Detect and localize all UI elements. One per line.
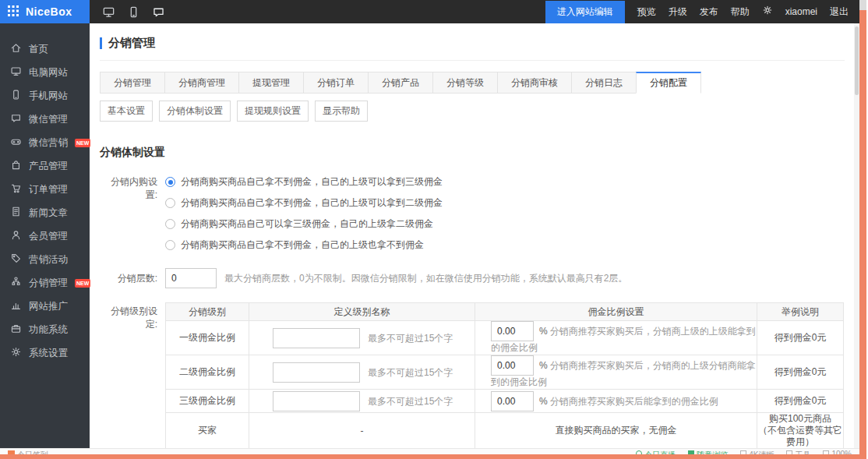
- buyer-row: 买家-直接购买商品的买家，无佣金购买100元商品（不包含运费等其它费用）: [166, 413, 844, 449]
- rate-cell: %分销商推荐买家购买后，分销商的上级分销商能拿到的佣金比例: [475, 355, 757, 390]
- top-menu-item[interactable]: 帮助: [731, 5, 750, 19]
- sidebar-item-briefcase[interactable]: 功能系统: [0, 318, 90, 341]
- top-menu-item[interactable]: 预览: [637, 5, 656, 19]
- sidebar-item-label: 功能系统: [29, 323, 68, 337]
- rate-input[interactable]: [491, 355, 534, 376]
- sidebar-item-bag[interactable]: 产品管理: [0, 154, 90, 178]
- tab-3[interactable]: 提现管理: [238, 72, 304, 94]
- apps-grid-icon[interactable]: [8, 5, 19, 19]
- sidebar-item-user[interactable]: 会员管理: [0, 224, 90, 248]
- title-accent-bar: [100, 37, 102, 49]
- name-hint: 最多不可超过15个字: [368, 396, 453, 407]
- radio-option-1[interactable]: 分销商购买商品自己拿不到佣金，自己的上级可以拿到三级佣金: [165, 171, 443, 192]
- inner-purchase-row: 分销内购设置: 分销商购买商品自己拿不到佣金，自己的上级可以拿到三级佣金分销商购…: [100, 171, 854, 256]
- level-table-row: 分销级别设定: 分销级别定义级别名称佣金比例设置举例说明一级佣金比例最多不可超过…: [100, 301, 854, 448]
- level-name-input[interactable]: [273, 328, 360, 348]
- radio-option-3[interactable]: 分销商购买商品自己可以拿三级佣金，自己的上级拿二级佣金: [165, 214, 443, 235]
- tab-6[interactable]: 分销等级: [432, 72, 498, 94]
- bag-icon: [10, 159, 22, 174]
- radio-unselected-icon[interactable]: [165, 219, 175, 229]
- top-menu-item[interactable]: 发布: [700, 5, 718, 19]
- monitor-icon: [10, 65, 22, 80]
- tab-1[interactable]: 分销管理: [100, 72, 165, 94]
- gear-icon: [10, 346, 22, 361]
- rate-input[interactable]: [491, 321, 534, 341]
- inner-purchase-label: 分销内购设置:: [100, 171, 165, 256]
- name-cell: 最多不可超过15个字: [249, 321, 475, 355]
- rate-input[interactable]: [491, 391, 534, 411]
- layers-input[interactable]: [165, 268, 217, 288]
- sidebar-item-phone[interactable]: 手机网站: [0, 84, 90, 108]
- radio-unselected-icon[interactable]: [165, 198, 175, 208]
- layers-row: 分销层数: 最大分销商层数，0为不限制。因微信分销限制，如在微信使用分销功能，系…: [100, 268, 854, 288]
- username[interactable]: xiaomei: [785, 6, 817, 17]
- sidebar-item-gear[interactable]: 系统设置: [0, 341, 90, 365]
- sidebar-item-chart[interactable]: 网站推广: [0, 295, 90, 318]
- rate-cell: %分销商推荐买家购买后能拿到的佣金比例: [475, 390, 757, 413]
- tab-4[interactable]: 分销订单: [303, 72, 369, 94]
- sidebar-item-gamepad[interactable]: 微信营销NEW: [0, 131, 90, 154]
- clipped-bottom-toolbar: 今日签到 今日直播随意浏览4K清晰工具100%: [0, 448, 859, 454]
- radio-option-label: 分销商购买商品自己拿不到佣金，自己的上级可以拿到三级佣金: [181, 175, 443, 189]
- table-header-row: 分销级别定义级别名称佣金比例设置举例说明: [166, 303, 844, 321]
- example-cell: 得到佣金0元: [757, 321, 844, 355]
- right-edge-block: [859, 0, 866, 10]
- subtab-2[interactable]: 分销体制设置: [159, 101, 231, 122]
- name-hint: 最多不可超过15个字: [368, 367, 453, 378]
- sidebar-item-chat[interactable]: 微信管理: [0, 108, 90, 131]
- monitor-icon[interactable]: [102, 5, 115, 19]
- tab-7[interactable]: 分销商审核: [497, 72, 572, 94]
- phone-icon[interactable]: [127, 5, 140, 19]
- buyer-level-cell: 买家: [166, 413, 249, 449]
- table-header-cell: 定义级别名称: [249, 303, 475, 321]
- new-badge: NEW: [75, 139, 90, 147]
- buyer-example-line2: （不包含运费等其它费用）: [757, 425, 843, 448]
- logout-link[interactable]: 退出: [830, 5, 849, 19]
- radio-option-2[interactable]: 分销商购买商品自己拿不到佣金，自己的上级可以拿到二级佣金: [165, 192, 443, 214]
- gamepad-icon: [10, 136, 22, 150]
- subtab-bar: 基本设置分销体制设置提现规则设置显示帮助: [100, 101, 854, 122]
- tab-9[interactable]: 分销配置: [636, 72, 701, 94]
- sidebar-item-home[interactable]: 首页: [0, 37, 90, 61]
- sidebar: 首页电脑网站手机网站微信管理微信营销NEW产品管理订单管理新闻文章会员管理营销活…: [0, 23, 90, 448]
- briefcase-icon: [10, 323, 22, 337]
- gear-icon[interactable]: [762, 5, 773, 19]
- sidebar-item-cart[interactable]: 订单管理: [0, 178, 90, 201]
- name-cell: 最多不可超过15个字: [249, 390, 475, 413]
- logo[interactable]: NiceBox: [0, 0, 90, 23]
- radio-selected-icon[interactable]: [165, 177, 175, 187]
- page-title-row: 分销管理: [100, 23, 845, 61]
- top-menu-item[interactable]: 升级: [669, 5, 687, 19]
- chat-icon[interactable]: [152, 5, 165, 19]
- radio-option-label: 分销商购买商品自己拿不到佣金，自己的上级可以拿到二级佣金: [181, 196, 443, 210]
- toolbar-left-group: 今日签到: [8, 449, 48, 454]
- subtab-1[interactable]: 基本设置: [100, 101, 153, 122]
- sidebar-items: 首页电脑网站手机网站微信管理微信营销NEW产品管理订单管理新闻文章会员管理营销活…: [0, 37, 90, 365]
- enter-site-edit-button[interactable]: 进入网站编辑: [545, 1, 625, 23]
- tab-8[interactable]: 分销日志: [571, 72, 637, 94]
- new-badge: NEW: [75, 279, 90, 288]
- user-icon: [10, 229, 22, 244]
- sidebar-item-doc[interactable]: 新闻文章: [0, 201, 90, 224]
- scrollbar-thumb[interactable]: [855, 26, 859, 95]
- sidebar-item-tag[interactable]: 营销活动: [0, 248, 90, 271]
- buyer-desc-cell: 直接购买商品的买家，无佣金: [475, 413, 757, 449]
- radio-unselected-icon[interactable]: [165, 240, 175, 250]
- inner-purchase-options: 分销商购买商品自己拿不到佣金，自己的上级可以拿到三级佣金分销商购买商品自己拿不到…: [165, 171, 443, 256]
- capture-strip-bottom: [0, 454, 859, 459]
- radio-option-4[interactable]: 分销商购买商品自己拿不到佣金，自己的上级也拿不到佣金: [165, 235, 443, 256]
- tab-5[interactable]: 分销产品: [368, 72, 433, 94]
- subtab-4[interactable]: 显示帮助: [315, 101, 368, 122]
- level-cell: 二级佣金比例: [166, 355, 249, 390]
- level-name-input[interactable]: [273, 391, 360, 411]
- tab-2[interactable]: 分销商管理: [164, 72, 239, 94]
- layers-hint: 最大分销商层数，0为不限制。因微信分销限制，如在微信使用分销功能，系统默认最高只…: [224, 272, 627, 285]
- sidebar-item-sitemap[interactable]: 分销管理NEW: [0, 271, 90, 295]
- buyer-example-cell: 购买100元商品（不包含运费等其它费用）: [757, 413, 844, 449]
- doc-icon: [10, 206, 22, 221]
- sidebar-item-label: 手机网站: [29, 90, 68, 103]
- level-name-input[interactable]: [273, 362, 360, 383]
- sidebar-item-monitor[interactable]: 电脑网站: [0, 61, 90, 84]
- logo-text: NiceBox: [26, 5, 72, 18]
- subtab-3[interactable]: 提现规则设置: [237, 101, 309, 122]
